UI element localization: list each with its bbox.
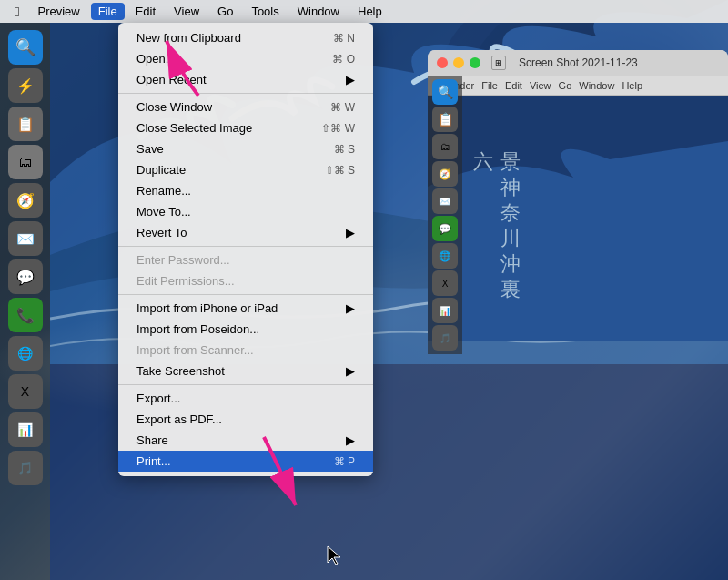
menu-item-revert-to-label: Revert To (136, 226, 341, 239)
minimize-button[interactable] (453, 57, 464, 68)
svg-text:沖: 沖 (500, 252, 521, 275)
preview-inner-dock: 🔍 📋 🗂 🧭 ✉️ 💬 🌐 X 📊 🎵 (428, 76, 462, 354)
maximize-button[interactable] (470, 57, 480, 68)
menu-item-duplicate[interactable]: Duplicate ⇧⌘ S (118, 159, 373, 180)
dock-item-mail[interactable]: ✉️ (8, 221, 43, 256)
svg-text:裏: 裏 (500, 278, 521, 300)
menu-item-print-shortcut: ⌘ P (334, 455, 355, 468)
preview-dock-finder[interactable]: 🔍 (432, 79, 458, 105)
import-iphone-arrow: ▶ (346, 301, 355, 315)
preview-dock-item2[interactable]: 📋 (432, 107, 458, 132)
menu-item-import-iphone-label: Import from iPhone or iPad (136, 301, 341, 315)
preview-dock-item6[interactable]: 💬 (432, 216, 458, 241)
menu-item-revert-to[interactable]: Revert To ▶ (118, 222, 373, 243)
dock-item-item11[interactable]: 📊 (8, 412, 43, 447)
arrow-down-annotation (246, 428, 318, 519)
menu-item-import-poseidon-label: Import from Poseidon... (136, 322, 355, 336)
preview-dock-item7[interactable]: 🌐 (432, 243, 458, 269)
menu-item-export-label: Export... (136, 392, 355, 405)
menu-item-duplicate-shortcut: ⇧⌘ S (325, 164, 355, 177)
menu-item-close-selected-label: Close Selected Image (136, 121, 303, 135)
menu-item-import-iphone[interactable]: Import from iPhone or iPad ▶ (118, 298, 373, 319)
menu-item-close-window-shortcut: ⌘ W (330, 101, 355, 114)
svg-text:川: 川 (500, 227, 521, 249)
menu-item-take-screenshot-label: Take Screenshot (136, 364, 341, 378)
preview-window: ⊞ Screen Shot 2021-11-23  Finder File E… (428, 50, 728, 341)
menu-item-export[interactable]: Export... (118, 388, 373, 409)
dock-item-messages[interactable]: 💬 (8, 259, 43, 294)
menu-item-import-scanner: Import from Scanner... (118, 340, 373, 361)
mouse-cursor (326, 544, 344, 566)
menu-item-save[interactable]: Save ⌘ S (118, 138, 373, 159)
preview-inner-file[interactable]: File (481, 80, 498, 91)
menu-item-close-selected-shortcut: ⇧⌘ W (321, 122, 355, 135)
preview-dock-item8[interactable]: X (432, 270, 458, 296)
svg-text:奈: 奈 (500, 201, 521, 224)
preview-window-title: Screen Shot 2021-11-23 (519, 56, 638, 69)
dock: 🔍 ⚡ 📋 🗂 🧭 ✉️ 💬 📞 🌐 X 📊 🎵 (0, 23, 50, 580)
menu-item-rename[interactable]: Rename... (118, 180, 373, 201)
menu-item-export-pdf-label: Export as PDF... (136, 412, 355, 426)
dock-item-launchpad[interactable]: ⚡ (8, 68, 43, 103)
share-arrow: ▶ (346, 433, 355, 447)
menu-item-rename-label: Rename... (136, 184, 355, 198)
menu-item-open-shortcut: ⌘ O (332, 53, 355, 66)
preview-inner-menubar:  Finder File Edit View Go Window Help (428, 76, 728, 96)
menu-item-edit-permissions: Edit Permissions... (118, 270, 373, 291)
svg-text:六: 六 (473, 150, 493, 173)
close-button[interactable] (437, 57, 448, 68)
take-screenshot-arrow: ▶ (346, 364, 355, 378)
view-toggle[interactable]: ⊞ (491, 56, 506, 70)
menu-tools[interactable]: Tools (244, 3, 286, 20)
preview-titlebar: ⊞ Screen Shot 2021-11-23 (428, 50, 728, 76)
menu-window[interactable]: Window (290, 3, 347, 20)
menu-file[interactable]: File (91, 3, 125, 20)
menu-item-export-pdf[interactable]: Export as PDF... (118, 409, 373, 430)
separator-4 (118, 384, 373, 385)
menu-item-enter-password-label: Enter Password... (136, 253, 355, 267)
menu-item-save-shortcut: ⌘ S (334, 143, 355, 156)
preview-inner-help[interactable]: Help (622, 80, 642, 91)
menu-item-take-screenshot[interactable]: Take Screenshot ▶ (118, 361, 373, 382)
menu-preview[interactable]: Preview (30, 3, 86, 20)
preview-dock-item3[interactable]: 🗂 (432, 134, 458, 159)
dock-item-facetime[interactable]: 📞 (8, 298, 43, 332)
menu-help[interactable]: Help (350, 3, 389, 20)
preview-dock-item10[interactable]: 🎵 (432, 325, 458, 351)
preview-inner-edit[interactable]: Edit (505, 80, 522, 91)
dock-item-item10[interactable]: X (8, 374, 43, 409)
preview-image: 六 景 神 奈 川 沖 裏 (428, 96, 728, 341)
dock-item-finder[interactable]: 🔍 (8, 30, 43, 65)
menu-item-save-label: Save (136, 142, 316, 156)
dock-item-music[interactable]: 🎵 (8, 451, 43, 485)
apple-menu[interactable]:  (7, 2, 26, 21)
menu-item-new-shortcut: ⌘ N (333, 32, 355, 45)
dock-item-item9[interactable]: 🌐 (8, 336, 43, 371)
menu-go[interactable]: Go (210, 3, 240, 20)
separator-2 (118, 246, 373, 247)
menu-item-import-poseidon[interactable]: Import from Poseidon... (118, 319, 373, 340)
revert-to-arrow: ▶ (346, 226, 355, 239)
preview-dock-item5[interactable]: ✉️ (432, 188, 458, 214)
menu-item-move-to-label: Move To... (136, 205, 355, 219)
menu-item-enter-password: Enter Password... (118, 249, 373, 270)
menu-edit[interactable]: Edit (128, 3, 163, 20)
preview-inner-go[interactable]: Go (559, 80, 572, 91)
preview-inner-view[interactable]: View (530, 80, 551, 91)
menu-item-close-window-label: Close Window (136, 100, 312, 114)
dock-item-safari[interactable]: 🧭 (8, 183, 43, 218)
menu-item-duplicate-label: Duplicate (136, 163, 307, 177)
preview-dock-item9[interactable]: 📊 (432, 298, 458, 323)
menu-item-edit-permissions-label: Edit Permissions... (136, 274, 355, 288)
dock-item-item3[interactable]: 📋 (8, 107, 43, 141)
menu-bar:  Preview File Edit View Go Tools Window… (0, 0, 728, 23)
menu-item-move-to[interactable]: Move To... (118, 201, 373, 222)
arrow-up-annotation (144, 27, 217, 100)
dock-item-item4[interactable]: 🗂 (8, 145, 43, 179)
preview-content: 六 景 神 奈 川 沖 裏 (428, 96, 728, 341)
menu-item-import-scanner-label: Import from Scanner... (136, 343, 355, 357)
menu-item-close-selected[interactable]: Close Selected Image ⇧⌘ W (118, 117, 373, 138)
preview-inner-window[interactable]: Window (579, 80, 614, 91)
menu-view[interactable]: View (167, 3, 207, 20)
preview-dock-item4[interactable]: 🧭 (432, 161, 458, 187)
